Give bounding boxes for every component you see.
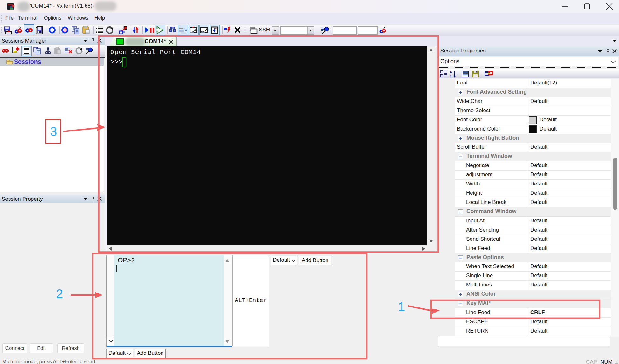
svg-text:A: A <box>450 70 452 74</box>
svg-text:Z: Z <box>450 74 452 78</box>
